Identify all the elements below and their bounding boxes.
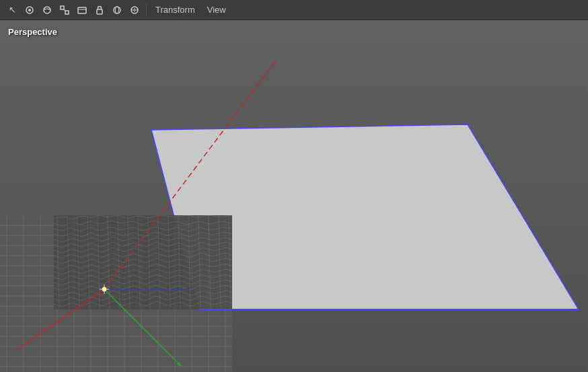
svg-rect-3 — [61, 6, 64, 9]
view-menu[interactable]: View — [202, 3, 231, 16]
lock-icon[interactable] — [91, 2, 108, 18]
svg-point-10 — [116, 7, 119, 13]
svg-line-5 — [64, 9, 65, 11]
maximize-icon[interactable] — [57, 2, 73, 18]
orbit-icon[interactable] — [39, 2, 55, 18]
cursor-icon[interactable]: ↖ — [4, 2, 20, 18]
svg-rect-4 — [65, 11, 69, 14]
scene-svg — [0, 20, 588, 372]
svg-rect-6 — [78, 7, 86, 13]
object-mode-icon[interactable] — [109, 2, 125, 18]
svg-point-1 — [28, 9, 31, 11]
svg-point-2 — [44, 7, 50, 13]
separator-1 — [146, 4, 147, 16]
proportional-icon[interactable] — [126, 2, 143, 18]
perspective-label: Perspective — [8, 27, 57, 37]
toolbar: ↖ — [0, 0, 588, 20]
pivot-icon[interactable] — [22, 2, 38, 18]
select-box-icon[interactable] — [74, 2, 90, 18]
displaced-mesh — [54, 215, 232, 309]
viewport[interactable]: Perspective — [0, 20, 588, 372]
transform-menu[interactable]: Transform — [150, 3, 200, 16]
svg-marker-46 — [54, 215, 232, 309]
svg-point-9 — [114, 7, 120, 13]
svg-rect-8 — [97, 9, 102, 14]
